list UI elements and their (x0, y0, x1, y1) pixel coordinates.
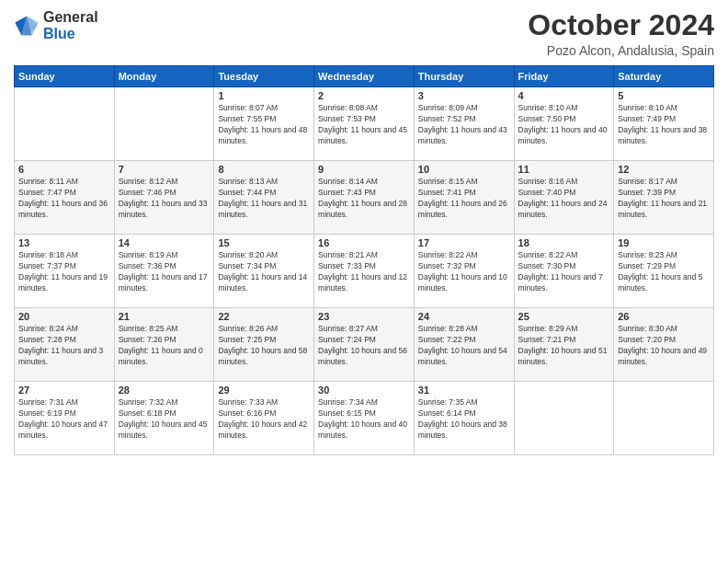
day-info: Sunrise: 8:16 AM Sunset: 7:40 PM Dayligh… (518, 177, 610, 221)
day-number: 14 (119, 237, 210, 248)
title-block: October 2024 Pozo Alcon, Andalusia, Spai… (528, 9, 714, 58)
cell-week1-day6: 5Sunrise: 8:10 AM Sunset: 7:49 PM Daylig… (614, 87, 714, 161)
day-info: Sunrise: 8:29 AM Sunset: 7:21 PM Dayligh… (518, 324, 610, 368)
cell-week5-day1: 28Sunrise: 7:32 AM Sunset: 6:18 PM Dayli… (114, 382, 214, 455)
cell-week2-day6: 12Sunrise: 8:17 AM Sunset: 7:39 PM Dayli… (614, 161, 714, 235)
day-number: 25 (518, 311, 610, 322)
day-number: 26 (618, 311, 710, 322)
col-saturday: Saturday (614, 66, 714, 87)
cell-week5-day5 (514, 382, 614, 455)
day-number: 27 (18, 385, 110, 396)
day-info: Sunrise: 8:24 AM Sunset: 7:28 PM Dayligh… (18, 324, 110, 368)
calendar-table: Sunday Monday Tuesday Wednesday Thursday… (14, 65, 714, 455)
day-info: Sunrise: 8:27 AM Sunset: 7:24 PM Dayligh… (318, 324, 410, 368)
day-info: Sunrise: 8:15 AM Sunset: 7:41 PM Dayligh… (418, 177, 510, 221)
cell-week2-day4: 10Sunrise: 8:15 AM Sunset: 7:41 PM Dayli… (414, 161, 514, 235)
logo-general-text: General (43, 9, 98, 25)
day-info: Sunrise: 8:09 AM Sunset: 7:52 PM Dayligh… (418, 103, 510, 147)
day-number: 24 (418, 311, 510, 322)
day-number: 11 (518, 164, 610, 175)
day-info: Sunrise: 8:28 AM Sunset: 7:22 PM Dayligh… (418, 324, 510, 368)
day-info: Sunrise: 8:13 AM Sunset: 7:44 PM Dayligh… (218, 177, 310, 221)
day-number: 2 (318, 90, 410, 101)
page: General Blue October 2024 Pozo Alcon, An… (0, 0, 728, 563)
cell-week2-day3: 9Sunrise: 8:14 AM Sunset: 7:43 PM Daylig… (314, 161, 415, 235)
cell-week4-day3: 23Sunrise: 8:27 AM Sunset: 7:24 PM Dayli… (314, 308, 415, 382)
cell-week3-day4: 17Sunrise: 8:22 AM Sunset: 7:32 PM Dayli… (414, 235, 514, 308)
col-friday: Friday (514, 66, 614, 87)
cell-week1-day0 (15, 87, 115, 161)
cell-week2-day2: 8Sunrise: 8:13 AM Sunset: 7:44 PM Daylig… (214, 161, 314, 235)
day-number: 13 (18, 237, 110, 248)
cell-week1-day4: 3Sunrise: 8:09 AM Sunset: 7:52 PM Daylig… (414, 87, 514, 161)
cell-week5-day6 (614, 382, 714, 455)
day-number: 9 (318, 164, 410, 175)
cell-week5-day2: 29Sunrise: 7:33 AM Sunset: 6:16 PM Dayli… (214, 382, 314, 455)
day-info: Sunrise: 8:22 AM Sunset: 7:32 PM Dayligh… (418, 250, 510, 294)
day-number: 19 (618, 237, 710, 248)
cell-week4-day0: 20Sunrise: 8:24 AM Sunset: 7:28 PM Dayli… (15, 308, 115, 382)
cell-week1-day1 (114, 87, 214, 161)
location-title: Pozo Alcon, Andalusia, Spain (528, 43, 714, 58)
cell-week2-day1: 7Sunrise: 8:12 AM Sunset: 7:46 PM Daylig… (114, 161, 214, 235)
cell-week4-day6: 26Sunrise: 8:30 AM Sunset: 7:20 PM Dayli… (614, 308, 714, 382)
col-thursday: Thursday (414, 66, 514, 87)
day-number: 7 (119, 164, 210, 175)
day-number: 30 (318, 385, 410, 396)
day-number: 31 (418, 385, 510, 396)
day-number: 12 (618, 164, 710, 175)
week-row-1: 1Sunrise: 8:07 AM Sunset: 7:55 PM Daylig… (15, 87, 714, 161)
cell-week3-day5: 18Sunrise: 8:22 AM Sunset: 7:30 PM Dayli… (514, 235, 614, 308)
day-number: 5 (618, 90, 710, 101)
day-number: 28 (119, 385, 210, 396)
cell-week4-day1: 21Sunrise: 8:25 AM Sunset: 7:26 PM Dayli… (114, 308, 214, 382)
day-info: Sunrise: 8:17 AM Sunset: 7:39 PM Dayligh… (618, 177, 710, 221)
day-info: Sunrise: 7:31 AM Sunset: 6:19 PM Dayligh… (18, 397, 110, 442)
day-info: Sunrise: 7:34 AM Sunset: 6:15 PM Dayligh… (318, 397, 410, 442)
day-number: 23 (318, 311, 410, 322)
col-monday: Monday (114, 66, 214, 87)
day-number: 15 (218, 237, 310, 248)
cell-week3-day1: 14Sunrise: 8:19 AM Sunset: 7:36 PM Dayli… (114, 235, 214, 308)
day-info: Sunrise: 8:26 AM Sunset: 7:25 PM Dayligh… (218, 324, 310, 368)
cell-week3-day3: 16Sunrise: 8:21 AM Sunset: 7:33 PM Dayli… (314, 235, 415, 308)
day-info: Sunrise: 8:14 AM Sunset: 7:43 PM Dayligh… (318, 177, 410, 221)
day-info: Sunrise: 7:32 AM Sunset: 6:18 PM Dayligh… (119, 397, 210, 442)
cell-week1-day3: 2Sunrise: 8:08 AM Sunset: 7:53 PM Daylig… (314, 87, 415, 161)
day-info: Sunrise: 8:10 AM Sunset: 7:50 PM Dayligh… (518, 103, 610, 147)
week-row-5: 27Sunrise: 7:31 AM Sunset: 6:19 PM Dayli… (15, 382, 714, 455)
logo: General Blue (14, 9, 98, 42)
cell-week5-day0: 27Sunrise: 7:31 AM Sunset: 6:19 PM Dayli… (15, 382, 115, 455)
day-number: 17 (418, 237, 510, 248)
day-info: Sunrise: 8:12 AM Sunset: 7:46 PM Dayligh… (119, 177, 210, 221)
cell-week2-day5: 11Sunrise: 8:16 AM Sunset: 7:40 PM Dayli… (514, 161, 614, 235)
logo-icon (14, 13, 40, 39)
logo-text-block: General Blue (43, 9, 98, 42)
week-row-4: 20Sunrise: 8:24 AM Sunset: 7:28 PM Dayli… (15, 308, 714, 382)
day-info: Sunrise: 8:21 AM Sunset: 7:33 PM Dayligh… (318, 250, 410, 294)
day-number: 3 (418, 90, 510, 101)
day-number: 8 (218, 164, 310, 175)
day-info: Sunrise: 7:35 AM Sunset: 6:14 PM Dayligh… (418, 397, 510, 442)
col-sunday: Sunday (15, 66, 115, 87)
cell-week3-day0: 13Sunrise: 8:18 AM Sunset: 7:37 PM Dayli… (15, 235, 115, 308)
day-number: 18 (518, 237, 610, 248)
day-number: 16 (318, 237, 410, 248)
cell-week3-day2: 15Sunrise: 8:20 AM Sunset: 7:34 PM Dayli… (214, 235, 314, 308)
logo-blue-text: Blue (43, 26, 75, 41)
day-number: 20 (18, 311, 110, 322)
col-tuesday: Tuesday (214, 66, 314, 87)
day-info: Sunrise: 8:19 AM Sunset: 7:36 PM Dayligh… (119, 250, 210, 294)
day-info: Sunrise: 8:11 AM Sunset: 7:47 PM Dayligh… (18, 177, 110, 221)
week-row-3: 13Sunrise: 8:18 AM Sunset: 7:37 PM Dayli… (15, 235, 714, 308)
day-info: Sunrise: 8:30 AM Sunset: 7:20 PM Dayligh… (618, 324, 710, 368)
day-number: 4 (518, 90, 610, 101)
day-info: Sunrise: 8:20 AM Sunset: 7:34 PM Dayligh… (218, 250, 310, 294)
cell-week5-day3: 30Sunrise: 7:34 AM Sunset: 6:15 PM Dayli… (314, 382, 415, 455)
day-number: 22 (218, 311, 310, 322)
cell-week1-day5: 4Sunrise: 8:10 AM Sunset: 7:50 PM Daylig… (514, 87, 614, 161)
cell-week4-day2: 22Sunrise: 8:26 AM Sunset: 7:25 PM Dayli… (214, 308, 314, 382)
day-info: Sunrise: 7:33 AM Sunset: 6:16 PM Dayligh… (218, 397, 310, 442)
day-info: Sunrise: 8:08 AM Sunset: 7:53 PM Dayligh… (318, 103, 410, 147)
cell-week3-day6: 19Sunrise: 8:23 AM Sunset: 7:29 PM Dayli… (614, 235, 714, 308)
